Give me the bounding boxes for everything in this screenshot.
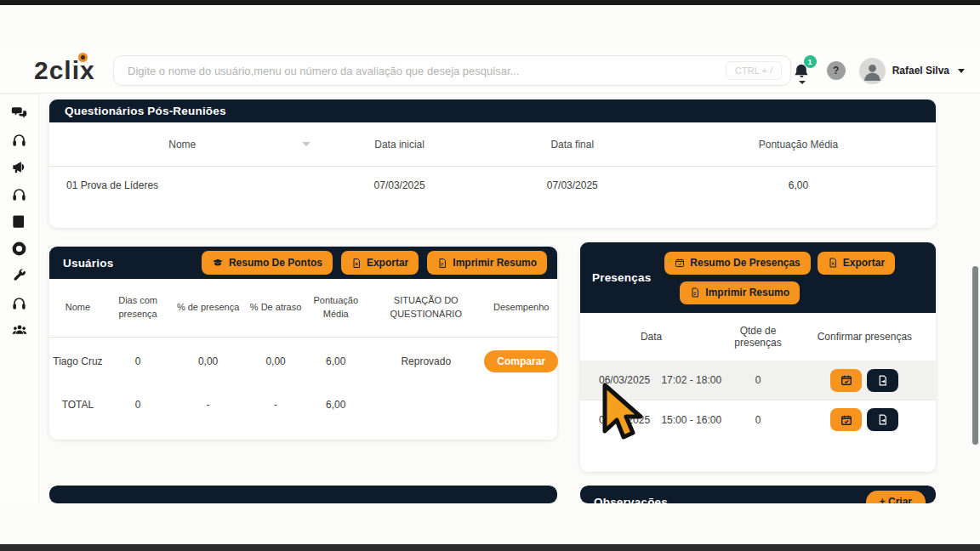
- criar-button[interactable]: + Criar: [866, 491, 926, 504]
- panel-title: Questionários Pós-Reuniões: [65, 105, 226, 117]
- sort-caret-icon[interactable]: [302, 142, 311, 146]
- exportar-presenca-button[interactable]: [867, 369, 898, 392]
- headphones-icon: [11, 295, 27, 311]
- exportar-presenca-button[interactable]: [867, 408, 898, 431]
- calendar-check-icon: [840, 374, 852, 386]
- calendar-check-icon: [675, 258, 685, 268]
- column-pontuacao-media: Pontuação Média: [308, 294, 363, 321]
- usuario-situacao: Reprovado: [363, 355, 488, 369]
- file-pdf-icon: [437, 258, 447, 269]
- total-pct-presenca: -: [173, 399, 242, 411]
- sidebar-item-users[interactable]: [11, 322, 28, 338]
- search-shortcut-badge: CTRL + /: [726, 61, 782, 80]
- presenca-qtde: 0: [722, 374, 794, 386]
- panel-title: Usuários: [63, 257, 113, 270]
- sidebar-item-audio-2[interactable]: [11, 186, 28, 202]
- panel-presencas-header: Presenças Resumo De Presenças Exportar I…: [580, 242, 936, 313]
- users-icon: [11, 322, 28, 338]
- panel-questionarios: Questionários Pós-Reuniões Nome Data ini…: [49, 99, 936, 228]
- app-logo[interactable]: 2clix: [34, 56, 111, 85]
- help-button[interactable]: ?: [827, 61, 846, 80]
- sidebar-item-chat[interactable]: [11, 105, 28, 121]
- chat-icon: [11, 105, 27, 121]
- logo-dot-icon: [78, 53, 88, 62]
- presenca-data: 06/03/2025: [599, 414, 650, 426]
- imprimir-resumo-button[interactable]: Imprimir Resumo: [680, 281, 800, 304]
- resumo-de-pontos-button[interactable]: Resumo De Pontos: [202, 251, 333, 275]
- column-data: Data: [580, 331, 722, 343]
- total-pontuacao: 6,00: [308, 399, 363, 411]
- app-header: 2clix CTRL + / 1 ? Rafael Silva: [0, 48, 980, 94]
- confirmar-presenca-button[interactable]: [830, 369, 862, 392]
- column-situacao-questionario: SITUAÇÃO DO QUESTIONÁRIO: [363, 294, 488, 321]
- questionarios-table-header: Nome Data inicial Data final Pontuação M…: [49, 122, 936, 167]
- panel-title: Presenças: [592, 271, 651, 284]
- column-pct-atraso: % De atraso: [243, 301, 309, 315]
- questionario-data-final: 07/03/2025: [484, 179, 661, 191]
- column-nome[interactable]: Nome: [49, 139, 316, 151]
- avatar: [859, 58, 886, 84]
- column-qtde-presencas: Qtde de presenças: [722, 325, 794, 349]
- global-search[interactable]: CTRL + /: [113, 55, 791, 86]
- presenca-horario: 15:00 - 16:00: [661, 414, 721, 426]
- presencas-table-header: Data Qtde de presenças Confirmar presenç…: [580, 313, 936, 361]
- column-nome: Nome: [53, 301, 103, 315]
- questionario-nome: 01 Prova de Líderes: [49, 179, 316, 191]
- file-excel-icon: [351, 258, 362, 269]
- column-dias-presenca: Dias com presença: [103, 294, 173, 321]
- column-pct-presenca: % de presença: [173, 301, 242, 315]
- headphones-icon: [11, 186, 27, 202]
- sidebar-item-library[interactable]: [11, 213, 28, 230]
- table-row[interactable]: 01 Prova de Líderes 07/03/2025 07/03/202…: [49, 167, 936, 204]
- confirmar-presenca-button[interactable]: [830, 408, 862, 431]
- column-confirmar-presencas: Confirmar presenças: [794, 331, 936, 343]
- panel-usuarios-header: Usuários Resumo De Pontos Exportar Impri…: [49, 247, 557, 279]
- sidebar-item-support[interactable]: [11, 241, 28, 257]
- column-pontuacao-media: Pontuação Média: [661, 139, 936, 151]
- recording-top-strip: [0, 0, 980, 5]
- table-total-row: TOTAL 0 - - 6,00: [49, 385, 557, 424]
- user-menu[interactable]: Rafael Silva: [859, 58, 965, 84]
- column-data-final: Data final: [484, 139, 661, 151]
- presenca-data: 06/03/2025: [599, 374, 650, 386]
- total-dias: 0: [103, 399, 173, 411]
- sidebar-item-announcements[interactable]: [11, 159, 28, 175]
- megaphone-icon: [11, 159, 27, 175]
- recording-bottom-strip: [0, 544, 980, 551]
- headphones-icon: [11, 132, 27, 148]
- sidebar-item-audio-3[interactable]: [11, 295, 28, 311]
- comparar-button[interactable]: Comparar: [484, 350, 558, 372]
- total-pct-atraso: -: [243, 399, 309, 411]
- presenca-qtde: 0: [722, 414, 794, 426]
- exportar-button[interactable]: Exportar: [341, 251, 419, 275]
- table-row[interactable]: 06/03/2025 15:00 - 16:00 0: [580, 400, 936, 439]
- panel-presencas: Presenças Resumo De Presenças Exportar I…: [580, 242, 936, 472]
- calendar-check-icon: [840, 414, 852, 426]
- scrollbar-thumb[interactable]: [972, 266, 978, 445]
- support-icon: [11, 241, 27, 257]
- panel-bottom-left-header: [49, 486, 557, 503]
- table-row[interactable]: 06/03/2025 17:02 - 18:00 0: [580, 361, 936, 400]
- panel-questionarios-header: Questionários Pós-Reuniões: [49, 99, 936, 122]
- usuario-pontuacao: 6,00: [308, 355, 363, 369]
- questionario-data-inicial: 07/03/2025: [316, 179, 484, 191]
- chevron-down-icon: [958, 69, 965, 73]
- search-input[interactable]: [114, 65, 726, 77]
- panel-observacoes: Observações + Criar: [580, 486, 936, 503]
- sidebar-item-audio-1[interactable]: [11, 132, 28, 148]
- person-icon: [862, 61, 883, 82]
- file-export-icon: [877, 375, 888, 386]
- book-icon: [11, 213, 27, 230]
- imprimir-resumo-button[interactable]: Imprimir Resumo: [427, 251, 547, 275]
- exportar-button[interactable]: Exportar: [818, 252, 895, 275]
- usuario-pct-presenca: 0,00: [173, 355, 242, 369]
- column-desempenho: Desempenho: [488, 301, 554, 315]
- notifications-button[interactable]: 1: [791, 60, 813, 82]
- file-excel-icon: [828, 258, 838, 268]
- file-export-icon: [877, 414, 888, 425]
- table-row[interactable]: Tiago Cruz 0 0,00 0,00 6,00 Reprovado Co…: [49, 338, 557, 385]
- file-pdf-icon: [690, 287, 700, 298]
- panel-title: Observações: [594, 496, 668, 504]
- sidebar-item-settings[interactable]: [11, 268, 28, 284]
- resumo-de-presencas-button[interactable]: Resumo De Presenças: [664, 252, 810, 275]
